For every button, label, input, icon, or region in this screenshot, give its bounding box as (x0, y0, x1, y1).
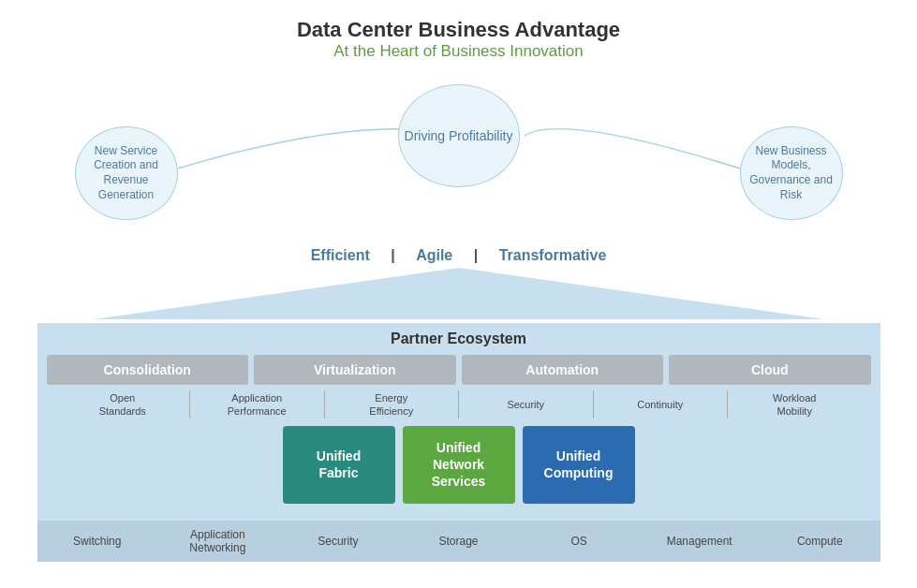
unified-fabric-box: UnifiedFabric (283, 426, 395, 504)
pyramid-triangle-svg (37, 268, 880, 319)
bottom-label-app-networking: ApplicationNetworking (157, 528, 278, 554)
efficient-label: Efficient (311, 247, 370, 263)
main-blue-box: Partner Ecosystem Consolidation Virtuali… (37, 323, 880, 521)
main-container: Data Center Business Advantage At the He… (9, 8, 909, 580)
bottom-label-os: OS (519, 535, 640, 548)
category-virtualization: Virtualization (254, 355, 456, 385)
sub-label-3: Security (459, 398, 593, 411)
unified-computing-box: UnifiedComputing (523, 426, 635, 504)
bottom-label-management: Management (639, 535, 760, 548)
unified-row: UnifiedFabric UnifiedNetworkServices Uni… (47, 426, 871, 504)
unified-network-services-box: UnifiedNetworkServices (403, 426, 515, 504)
bubble-center: Driving Profitability (398, 84, 520, 187)
bottom-strip: Switching ApplicationNetworking Security… (37, 521, 880, 562)
svg-marker-0 (94, 268, 824, 319)
bottom-label-compute: Compute (760, 535, 880, 548)
sub-label-0: OpenStandards (56, 391, 190, 419)
agile-label: Agile (416, 247, 452, 263)
bubble-left: New Service Creation and Revenue Generat… (75, 126, 178, 220)
partner-ecosystem-label: Partner Ecosystem (47, 331, 871, 347)
sep1: | (391, 247, 399, 263)
category-cloud: Cloud (669, 355, 871, 385)
bottom-label-storage: Storage (398, 535, 519, 548)
sub-label-5: WorkloadMobility (728, 391, 862, 419)
bubble-right-text: New Business Models, Governance and Risk (741, 144, 842, 202)
sub-title: At the Heart of Business Innovation (333, 42, 584, 61)
eat-row: Efficient | Agile | Transformative (311, 243, 607, 268)
sub-labels-row: OpenStandards ApplicationPerformance Ene… (47, 390, 871, 419)
main-title: Data Center Business Advantage (297, 18, 620, 42)
bubble-left-text: New Service Creation and Revenue Generat… (76, 144, 177, 202)
bubbles-area: New Service Creation and Revenue Generat… (37, 75, 880, 243)
transformative-label: Transformative (499, 247, 607, 263)
category-automation: Automation (462, 355, 664, 385)
pyramid-section: Partner Ecosystem Consolidation Virtuali… (37, 268, 880, 562)
bubble-center-text: Driving Profitability (405, 127, 513, 144)
sep2: | (474, 247, 482, 263)
sub-label-4: Continuity (594, 398, 728, 411)
bubble-right: New Business Models, Governance and Risk (740, 126, 843, 220)
bottom-label-security: Security (278, 535, 399, 548)
category-row: Consolidation Virtualization Automation … (47, 355, 871, 385)
bottom-label-switching: Switching (37, 535, 158, 548)
sub-label-1: ApplicationPerformance (190, 391, 324, 419)
sub-label-2: EnergyEfficiency (325, 391, 459, 419)
category-consolidation: Consolidation (47, 355, 249, 385)
